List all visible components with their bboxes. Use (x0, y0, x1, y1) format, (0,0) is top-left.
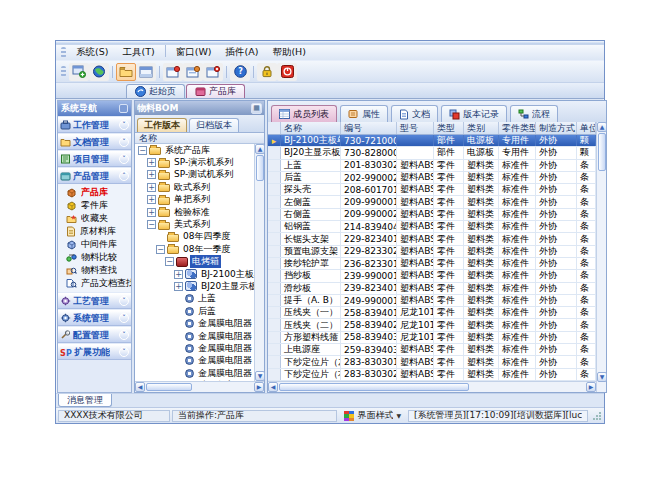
table-row[interactable]: 后盖202-990002-01X塑料ABS零件塑料类标准件外协条 (268, 172, 596, 184)
member-tab[interactable]: 属性 (340, 105, 388, 122)
expand-plus-icon[interactable]: + (147, 183, 156, 192)
menu-item[interactable]: 插件(A) (218, 45, 265, 60)
table-row[interactable]: 压线夹（二）258-839402-00X尼龙1010零件塑料类标准件外协条 (268, 319, 596, 331)
scroll-up-icon[interactable]: ▲ (597, 122, 607, 132)
tree-node[interactable]: −系统产品库 (135, 144, 254, 156)
sidebar-section-bar[interactable]: 工艺管理˅ (58, 293, 131, 309)
chevron-down-icon[interactable]: ˅ (119, 154, 129, 164)
sidebar-section-bar[interactable]: 项目管理˅ (58, 151, 131, 167)
sidebar-pin-icon[interactable] (119, 104, 128, 113)
sidebar-item[interactable]: 物料查找 (58, 264, 131, 277)
member-tab[interactable]: 流程 (510, 105, 558, 122)
table-row[interactable]: 长锯头支架229-823401-00X塑料ABS零件塑料类标准件外协条 (268, 233, 596, 245)
toolbar-button[interactable] (69, 63, 89, 81)
table-row[interactable]: 左侧盖209-990001-01X塑料ABS零件塑料类标准件外协条 (268, 196, 596, 208)
tree-node[interactable]: +单把系列 (135, 194, 254, 206)
sidebar-item[interactable]: 产品文档查找 (58, 277, 131, 290)
tree-node[interactable]: 金属膜电阻器 (135, 317, 254, 329)
scroll-up-icon[interactable]: ▲ (255, 144, 265, 154)
ui-style-dropdown[interactable]: 界面样式 ▼ (339, 410, 406, 422)
tree-node[interactable]: +BJ20主显示板 (135, 280, 254, 292)
tree-node[interactable]: 金属膜电阻器 (135, 367, 254, 379)
sidebar-item[interactable]: 收藏夹 (58, 212, 131, 225)
table-row[interactable]: 上电源座259-839403-00X塑料ABS零件塑料类标准件外协条 (268, 344, 596, 356)
member-tab[interactable]: 成员列表 (271, 105, 337, 122)
tree-node[interactable]: +SP-测试机系列 (135, 169, 254, 181)
column-header[interactable]: 编号 (341, 122, 397, 134)
tree-vertical-scrollbar[interactable]: ▲ ▼ (254, 144, 264, 381)
toolbar-button[interactable] (116, 63, 136, 81)
document-tab[interactable]: 起始页 (126, 84, 185, 98)
collapse-minus-icon[interactable]: − (147, 220, 156, 229)
chevron-down-icon[interactable]: ˅ (119, 330, 129, 340)
expand-plus-icon[interactable]: + (147, 208, 156, 217)
tree-node[interactable]: −美式系列 (135, 218, 254, 230)
chevron-up-icon[interactable]: ˄ (119, 171, 129, 181)
scroll-right-icon[interactable]: ▶ (586, 382, 596, 392)
bom-version-tab[interactable]: 工作版本 (137, 118, 187, 132)
sidebar-section-expanded[interactable]: 产品管理˄ (58, 168, 131, 184)
table-row[interactable]: 下纱定位片（右）283-830302-00X塑料ABS零件塑料类标准件外协条 (268, 369, 596, 381)
tree-node[interactable]: 后盖 (135, 305, 254, 317)
toolbar-button[interactable] (257, 63, 277, 81)
sidebar-item[interactable]: 物料比较 (58, 251, 131, 264)
toolbar-button[interactable] (183, 63, 203, 81)
column-header[interactable]: 制造方式 (536, 122, 577, 134)
toolbar-button[interactable] (277, 63, 297, 81)
tree-node[interactable]: 金属膜电阻器 (135, 342, 254, 354)
table-row[interactable]: BJ20主显示板730-828000-04X部件电源板专用件外协颗 (268, 147, 596, 159)
table-row[interactable]: 压线夹（一）258-839401-00X尼龙1010零件塑料类标准件外协条 (268, 307, 596, 319)
bom-menu-icon[interactable]: ▦ (251, 103, 262, 114)
table-row[interactable]: 预置电源支架229-823302-00X塑料ABS零件塑料类标准件外协条 (268, 246, 596, 258)
column-header[interactable]: 名称 (281, 122, 341, 134)
expand-plus-icon[interactable]: + (147, 195, 156, 204)
table-row[interactable]: 上盖201-830302-00X塑料ABS零件塑料类标准件外协条 (268, 160, 596, 172)
tree-node[interactable]: 独石电容器 (135, 379, 254, 381)
expand-plus-icon[interactable]: + (174, 270, 183, 279)
sidebar-section-bar[interactable]: 配置管理˅ (58, 327, 131, 343)
column-header[interactable]: 类别 (464, 122, 499, 134)
tree-horizontal-scrollbar[interactable]: ◀ ▶ (135, 381, 264, 392)
collapse-minus-icon[interactable]: − (165, 257, 174, 266)
scroll-down-icon[interactable]: ▼ (597, 372, 607, 382)
collapse-minus-icon[interactable]: − (138, 146, 147, 155)
column-header[interactable]: 零件类型 (499, 122, 536, 134)
sidebar-section-bar[interactable]: SP扩展功能˅ (58, 344, 131, 360)
expand-plus-icon[interactable]: + (147, 170, 156, 179)
table-row[interactable]: 提手（A. B）249-990001-01X塑料ABS零件塑料类标准件外协条 (268, 295, 596, 307)
table-row[interactable]: 挡纱板239-990001-01X塑料ABS零件塑料类标准件外协条 (268, 270, 596, 282)
chevron-down-icon[interactable]: ˅ (119, 296, 129, 306)
scroll-down-icon[interactable]: ▼ (255, 371, 265, 381)
sidebar-item[interactable]: 产品库 (58, 186, 131, 199)
tree-node[interactable]: 上盖 (135, 293, 254, 305)
message-manager-tab[interactable]: 消息管理 (58, 394, 112, 407)
table-row[interactable]: 接纱轮护罩236-823301-00X塑料ABS零件塑料类标准件外协条 (268, 258, 596, 270)
member-tab[interactable]: 版本记录 (441, 105, 507, 122)
tree-column-header[interactable]: 名称 (135, 132, 264, 144)
scroll-left-icon[interactable]: ◀ (135, 382, 145, 392)
sidebar-item[interactable]: 中间件库 (58, 238, 131, 251)
menubar-grip-handle[interactable] (61, 47, 66, 58)
tree-node[interactable]: +检验标准 (135, 206, 254, 218)
toolbar-button[interactable] (89, 63, 109, 81)
table-row[interactable]: 右侧盖209-990002-01X塑料ABS零件塑料类标准件外协条 (268, 209, 596, 221)
table-row[interactable]: 下纱定位片（左）283-830301-00X塑料ABS零件塑料类标准件外协条 (268, 356, 596, 368)
toolbar-button[interactable] (203, 63, 223, 81)
tree-node[interactable]: −08年一季度 (135, 243, 254, 255)
collapse-minus-icon[interactable]: − (156, 245, 165, 254)
sidebar-item[interactable]: 原材料库 (58, 225, 131, 238)
tree-node[interactable]: 金属膜电阻器 (135, 355, 254, 367)
scroll-right-icon[interactable]: ▶ (254, 382, 264, 392)
table-vertical-scrollbar[interactable]: ▲ ▼ (596, 122, 606, 392)
tree-node[interactable]: 08年四季度 (135, 231, 254, 243)
tree-node[interactable]: −电烤箱 (135, 256, 254, 268)
document-tab[interactable]: 产品库 (186, 84, 245, 98)
resize-grip-handle[interactable] (592, 411, 602, 421)
chevron-down-icon[interactable]: ˅ (119, 313, 129, 323)
toolbar-button[interactable] (136, 63, 156, 81)
menu-item[interactable]: 系统(S) (69, 45, 115, 60)
toolbar-button[interactable] (163, 63, 183, 81)
table-row[interactable]: 方形塑料线箍258-839403-00X尼龙1010零件塑料类标准件外协条 (268, 332, 596, 344)
tree-node[interactable]: +SP-演示机系列 (135, 156, 254, 168)
sidebar-section-bar[interactable]: 文档管理˅ (58, 134, 131, 150)
